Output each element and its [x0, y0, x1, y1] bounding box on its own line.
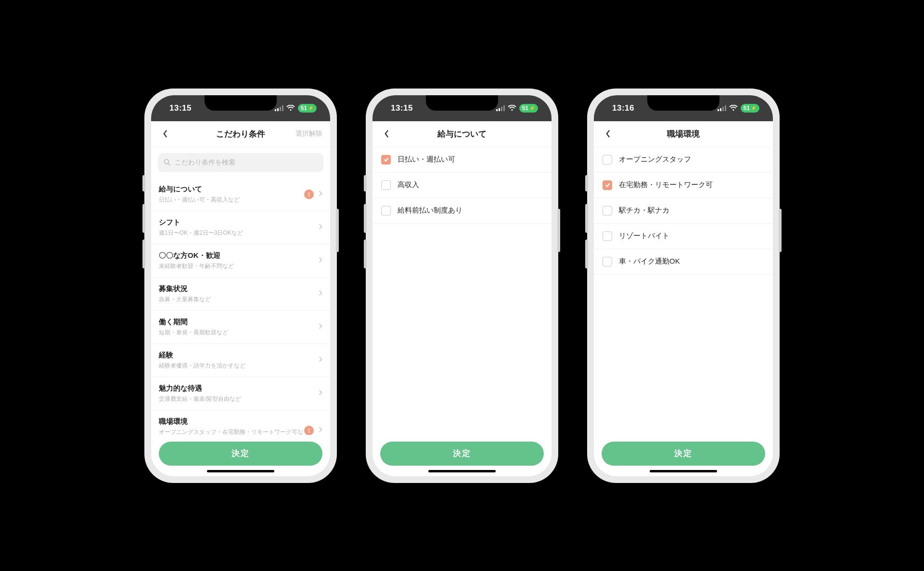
battery-indicator: 51⚡: [519, 104, 538, 113]
cellular-signal-icon: [496, 105, 505, 111]
option-label: 日払い・週払い可: [398, 155, 455, 164]
battery-indicator: 51⚡: [298, 104, 317, 113]
search-icon: [164, 159, 171, 166]
category-text: 給与について 日払い・週払い可・高収入など: [159, 185, 304, 204]
category-row[interactable]: 〇〇な方OK・歓迎 未経験者歓迎・年齢不問など: [151, 244, 330, 278]
category-title: 魅力的な待遇: [159, 384, 319, 393]
phone-notch: [647, 95, 719, 111]
nav-header: 職場環境: [594, 121, 773, 147]
page-title: 給与について: [437, 128, 487, 140]
phone-side-button: [585, 175, 588, 191]
status-bar: 13:16 51⚡: [594, 95, 773, 121]
category-subtitle: 日払い・週払い可・高収入など: [159, 196, 304, 204]
option-row[interactable]: 高収入: [372, 173, 552, 198]
category-title: 募集状況: [159, 284, 319, 293]
charging-bolt-icon: ⚡: [529, 105, 535, 111]
checkbox[interactable]: [603, 155, 612, 165]
option-row[interactable]: 車・バイク通勤OK: [594, 249, 773, 275]
svg-rect-15: [725, 105, 726, 111]
svg-rect-9: [501, 107, 502, 111]
phone-side-button: [364, 240, 367, 268]
category-text: 〇〇な方OK・歓迎 未経験者歓迎・年齢不問など: [159, 251, 319, 270]
chevron-right-icon: [319, 290, 322, 298]
checkbox[interactable]: [381, 155, 391, 165]
phone-side-button: [585, 240, 588, 268]
battery-indicator: 51⚡: [741, 104, 759, 113]
submit-button[interactable]: 決定: [380, 442, 544, 466]
checkbox[interactable]: [603, 257, 612, 266]
chevron-left-icon: [605, 129, 611, 138]
option-row[interactable]: 給料前払い制度あり: [372, 198, 552, 224]
category-row[interactable]: 職場環境 オープニングスタッフ・在宅勤務・リモートワーク可など 1: [151, 410, 330, 435]
chevron-right-icon: [319, 389, 322, 398]
back-button[interactable]: [379, 127, 394, 141]
checkbox[interactable]: [603, 206, 612, 216]
home-indicator: [207, 470, 274, 472]
submit-button[interactable]: 決定: [602, 442, 765, 466]
wifi-icon: [286, 105, 295, 111]
svg-rect-2: [280, 107, 281, 111]
nav-header: こだわり条件 選択解除: [151, 121, 330, 147]
chevron-right-icon: [319, 256, 322, 265]
category-row[interactable]: 募集状況 急募・大量募集など: [151, 278, 330, 311]
category-subtitle: 交通費支給・服装/髪型自由など: [159, 395, 319, 403]
category-title: 働く期間: [159, 317, 319, 327]
phone-notch: [426, 95, 498, 111]
category-row[interactable]: 給与について 日払い・週払い可・高収入など 1: [151, 178, 330, 211]
svg-rect-0: [275, 109, 276, 111]
phone-mockup-3: 13:16 51⚡ 職場環境 オープニングスタッフ 在宅勤務・リモートワーク可: [587, 89, 780, 483]
option-row[interactable]: オープニングスタッフ: [594, 147, 773, 173]
clear-selection-button[interactable]: 選択解除: [295, 129, 322, 138]
option-row[interactable]: 在宅勤務・リモートワーク可: [594, 173, 773, 198]
category-text: 魅力的な待遇 交通費支給・服装/髪型自由など: [159, 384, 319, 403]
option-label: リゾートバイト: [619, 231, 669, 241]
back-button[interactable]: [158, 127, 172, 141]
category-text: 働く期間 短期・単発・長期歓迎など: [159, 317, 319, 337]
home-indicator: [650, 470, 717, 472]
svg-point-4: [290, 109, 291, 111]
category-row[interactable]: 経験 経験者優遇・語学力を活かすなど: [151, 344, 330, 377]
svg-point-16: [732, 109, 734, 111]
category-subtitle: 経験者優遇・語学力を活かすなど: [159, 362, 319, 370]
search-placeholder: こだわり条件を検索: [175, 158, 235, 167]
status-bar: 13:15 51⚡: [151, 95, 330, 121]
svg-rect-14: [722, 107, 724, 111]
option-label: 在宅勤務・リモートワーク可: [619, 180, 713, 190]
category-title: 給与について: [159, 185, 304, 194]
option-row[interactable]: 駅チカ・駅ナカ: [594, 198, 773, 224]
category-text: 経験 経験者優遇・語学力を活かすなど: [159, 351, 319, 370]
option-row[interactable]: リゾートバイト: [594, 224, 773, 249]
category-text: 募集状況 急募・大量募集など: [159, 284, 319, 304]
back-button[interactable]: [601, 127, 615, 141]
category-row[interactable]: 働く期間 短期・単発・長期歓迎など: [151, 311, 330, 344]
page-title: 職場環境: [667, 128, 700, 140]
charging-bolt-icon: ⚡: [308, 105, 314, 111]
category-text: 職場環境 オープニングスタッフ・在宅勤務・リモートワーク可など: [159, 417, 304, 435]
checkbox[interactable]: [603, 180, 612, 190]
category-subtitle: 急募・大量募集など: [159, 295, 319, 304]
category-row[interactable]: シフト 週1日〜OK・週2日〜3日OKなど: [151, 211, 330, 244]
option-row[interactable]: 日払い・週払い可: [372, 147, 552, 173]
checkbox[interactable]: [381, 206, 391, 216]
option-label: 駅チカ・駅ナカ: [619, 206, 669, 215]
category-title: 職場環境: [159, 417, 304, 426]
category-subtitle: オープニングスタッフ・在宅勤務・リモートワーク可など: [159, 428, 304, 435]
phone-side-button: [557, 209, 560, 252]
phone-notch: [205, 95, 277, 111]
checkbox[interactable]: [381, 180, 391, 190]
phone-side-button: [364, 175, 367, 191]
phone-side-button: [142, 175, 145, 191]
category-list: 給与について 日払い・週払い可・高収入など 1 シフト 週1日〜OK・週2日〜3…: [151, 178, 330, 435]
status-bar: 13:15 51⚡: [372, 95, 552, 121]
search-input[interactable]: こだわり条件を検索: [158, 153, 323, 172]
category-row[interactable]: 魅力的な待遇 交通費支給・服装/髪型自由など: [151, 377, 330, 410]
status-icons: 51⚡: [275, 104, 317, 113]
svg-rect-10: [503, 105, 505, 111]
option-label: 高収入: [398, 180, 419, 190]
submit-button[interactable]: 決定: [159, 442, 322, 466]
svg-rect-7: [496, 109, 498, 111]
screen: 13:16 51⚡ 職場環境 オープニングスタッフ 在宅勤務・リモートワーク可: [594, 95, 773, 476]
screen: 13:15 51⚡ 給与について 日払い・週払い可 高収入: [372, 95, 552, 476]
battery-level: 51: [522, 105, 528, 112]
checkbox[interactable]: [603, 231, 612, 241]
